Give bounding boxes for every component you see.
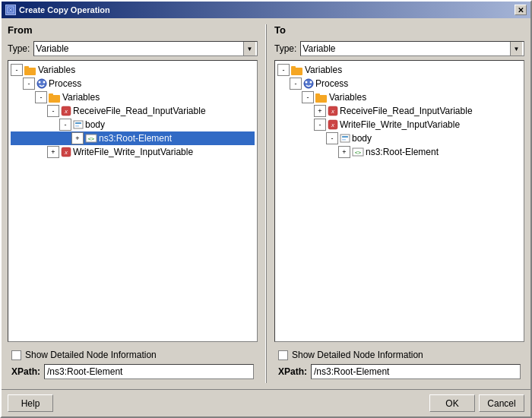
tree-node-root-elem[interactable]: +<>ns3:Root-Element xyxy=(11,131,255,145)
to-type-value: Variable xyxy=(302,43,335,54)
expander-body2[interactable]: - xyxy=(326,132,338,144)
close-button[interactable]: ✕ xyxy=(515,5,527,15)
to-type-dropdown-arrow[interactable]: ▼ xyxy=(510,42,522,55)
from-xpath-row: XPath: xyxy=(11,364,254,379)
to-panel-top: -Variables-Process-Variables+xReceiveFil… xyxy=(274,60,524,342)
node-label-body: body xyxy=(85,119,105,130)
svg-rect-19 xyxy=(291,68,302,75)
tree-node-body[interactable]: -body xyxy=(11,118,255,131)
ok-button[interactable]: OK xyxy=(429,394,475,412)
to-bottom: Show Detailed Node Information XPath: xyxy=(274,346,524,383)
node-label-write-var2: WriteFile_Write_InputVariable xyxy=(340,119,460,130)
node-label-body2: body xyxy=(352,133,372,144)
expander-rcv-var2[interactable]: + xyxy=(314,105,326,117)
expander-write-var[interactable]: + xyxy=(47,146,59,158)
tree-node-write-var[interactable]: +xWriteFile_Write_InputVariable xyxy=(11,145,255,159)
svg-text:<>: <> xyxy=(355,150,361,156)
from-type-dropdown-arrow[interactable]: ▼ xyxy=(243,42,255,55)
to-xpath-row: XPath: xyxy=(278,364,521,379)
expander-process2[interactable]: - xyxy=(290,78,302,90)
expander-process[interactable]: - xyxy=(23,78,35,90)
svg-point-22 xyxy=(306,81,308,84)
svg-point-23 xyxy=(310,81,312,84)
to-checkbox-label: Show Detailed Node Information xyxy=(292,350,423,360)
svg-rect-3 xyxy=(24,68,36,75)
title-bar: Create Copy Operation ✕ xyxy=(2,2,530,18)
expander-root-elem[interactable]: + xyxy=(71,132,84,144)
from-panel: From Type: Variable ▼ -Variables-Process… xyxy=(8,24,258,383)
expander-write-var2[interactable]: - xyxy=(314,119,326,131)
to-type-label: Type: xyxy=(274,43,296,54)
svg-rect-30 xyxy=(340,135,350,142)
svg-rect-31 xyxy=(342,136,348,138)
svg-rect-20 xyxy=(291,66,296,68)
main-content: From Type: Variable ▼ -Variables-Process… xyxy=(2,18,530,389)
svg-rect-32 xyxy=(342,139,346,141)
from-checkbox-row: Show Detailed Node Information xyxy=(11,350,254,360)
tree-node-variables[interactable]: -Variables xyxy=(11,90,255,104)
to-panel-title: To xyxy=(274,24,524,36)
expander-vars-root[interactable]: - xyxy=(11,64,23,76)
svg-text:<>: <> xyxy=(88,136,94,142)
node-label-variables: Variables xyxy=(62,92,100,103)
expander-body[interactable]: - xyxy=(59,119,71,131)
tree-node-vars-root[interactable]: -Variables xyxy=(11,63,255,77)
window-icon xyxy=(5,5,16,15)
tree-node-rcv-var[interactable]: -xReceiveFile_Read_InputVariable xyxy=(11,104,255,118)
to-type-row: Type: Variable ▼ xyxy=(274,41,524,56)
tree-node-variables2[interactable]: -Variables xyxy=(277,90,521,104)
node-label-root-elem: ns3:Root-Element xyxy=(99,133,172,144)
tree-node-root-elem2[interactable]: +<>ns3:Root-Element xyxy=(277,145,521,159)
svg-rect-9 xyxy=(49,93,53,96)
footer-right: OK Cancel xyxy=(429,394,524,412)
svg-rect-8 xyxy=(49,95,60,103)
to-show-details-checkbox[interactable] xyxy=(278,350,288,360)
window-title: Create Copy Operation xyxy=(19,5,110,14)
from-show-details-checkbox[interactable] xyxy=(11,350,21,360)
from-panel-top: -Variables-Process-Variables-xReceiveFil… xyxy=(8,60,258,342)
tree-node-vars-root2[interactable]: -Variables xyxy=(277,63,521,77)
from-tree[interactable]: -Variables-Process-Variables-xReceiveFil… xyxy=(8,60,258,342)
from-type-row: Type: Variable ▼ xyxy=(8,41,258,56)
node-label-vars-root: Variables xyxy=(38,65,75,75)
to-checkbox-row: Show Detailed Node Information xyxy=(278,350,521,360)
svg-rect-14 xyxy=(75,125,79,127)
from-type-value: Variable xyxy=(36,43,68,54)
svg-point-7 xyxy=(43,81,46,84)
to-panel: To Type: Variable ▼ -Variables-Process-V… xyxy=(274,24,524,383)
node-label-process: Process xyxy=(49,78,81,89)
tree-node-write-var2[interactable]: -xWriteFile_Write_InputVariable xyxy=(277,118,521,131)
svg-rect-25 xyxy=(315,93,320,96)
from-xpath-label: XPath: xyxy=(11,366,40,377)
from-type-select[interactable]: Variable ▼ xyxy=(33,41,258,56)
to-xpath-input[interactable] xyxy=(311,364,521,379)
tree-node-rcv-var2[interactable]: +xReceiveFile_Read_InputVariable xyxy=(277,104,521,118)
svg-rect-24 xyxy=(315,95,327,103)
to-type-select[interactable]: Variable ▼ xyxy=(300,41,524,56)
svg-rect-4 xyxy=(24,66,29,68)
to-xpath-label: XPath: xyxy=(278,366,307,377)
expander-root-elem2[interactable]: + xyxy=(338,146,350,158)
svg-rect-13 xyxy=(75,122,81,124)
expander-variables2[interactable]: - xyxy=(302,91,314,103)
expander-variables[interactable]: - xyxy=(35,91,47,103)
node-label-rcv-var2: ReceiveFile_Read_InputVariable xyxy=(340,106,473,116)
node-label-rcv-var: ReceiveFile_Read_InputVariable xyxy=(73,106,206,116)
footer: Help OK Cancel xyxy=(2,389,530,416)
tree-node-body2[interactable]: -body xyxy=(277,131,521,145)
node-label-variables2: Variables xyxy=(329,92,366,103)
tree-node-process2[interactable]: -Process xyxy=(277,77,521,90)
from-type-label: Type: xyxy=(8,43,30,54)
expander-rcv-var[interactable]: - xyxy=(47,105,59,117)
svg-point-6 xyxy=(39,81,41,84)
panel-divider xyxy=(265,24,267,383)
main-window: Create Copy Operation ✕ From Type: Varia… xyxy=(0,0,532,418)
to-tree[interactable]: -Variables-Process-Variables+xReceiveFil… xyxy=(274,60,524,342)
from-xpath-input[interactable] xyxy=(44,364,254,379)
from-bottom: Show Detailed Node Information XPath: xyxy=(8,346,258,383)
svg-rect-12 xyxy=(74,121,83,128)
cancel-button[interactable]: Cancel xyxy=(479,394,524,412)
help-button[interactable]: Help xyxy=(8,394,53,412)
tree-node-process[interactable]: -Process xyxy=(11,77,255,90)
expander-vars-root2[interactable]: - xyxy=(277,64,290,76)
